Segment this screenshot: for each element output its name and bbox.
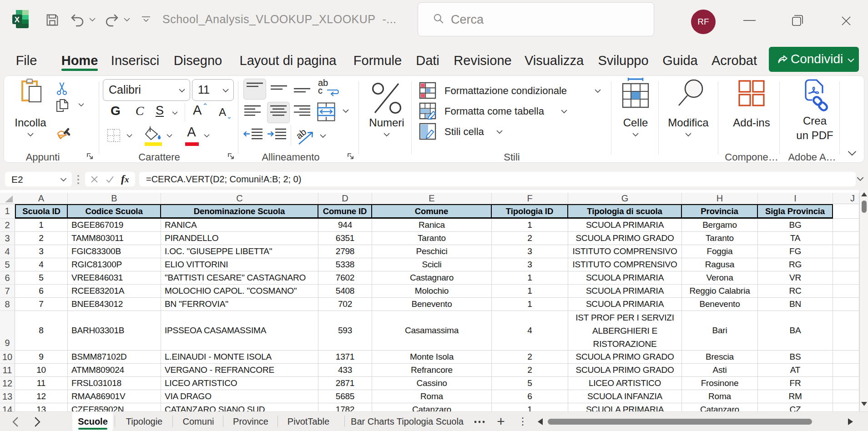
svg-text:X: X	[15, 15, 20, 24]
